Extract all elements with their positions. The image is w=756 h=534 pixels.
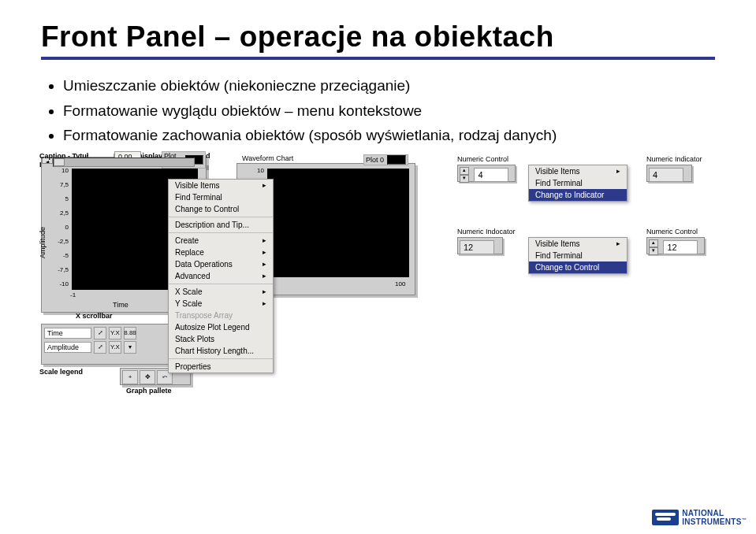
y-tick: 10 bbox=[250, 167, 264, 174]
menu-item[interactable]: Find Terminal bbox=[529, 177, 627, 189]
scale-legend-panel: Time ⤢ Y.X 8.88 Amplitude ⤢ Y.X ▾ bbox=[41, 324, 177, 365]
title-rule bbox=[41, 57, 715, 60]
bullet-item: Formatowanie zachowania obiektów (sposób… bbox=[63, 125, 715, 146]
menu-item: Transpose Array bbox=[169, 310, 273, 321]
scrollbar-track[interactable] bbox=[53, 158, 195, 167]
scale-btn-lock-icon[interactable]: ⤢ bbox=[94, 341, 106, 354]
x-scrollbar[interactable]: ◂ ▸ bbox=[41, 157, 207, 168]
y-tick: -2,5 bbox=[54, 238, 69, 245]
scale-btn-autoscale-icon[interactable]: ▾ bbox=[124, 341, 136, 354]
scrollbar-thumb[interactable] bbox=[54, 158, 65, 166]
menu-item[interactable]: Change to Indicator bbox=[529, 189, 627, 201]
menu-item[interactable]: Change to Control bbox=[169, 203, 273, 215]
bullet-list: Umieszczanie obiektów (niekonieczne prze… bbox=[41, 76, 715, 146]
numeric-control[interactable]: ▴▾ 4 bbox=[457, 165, 516, 182]
ni-eagle-icon bbox=[652, 510, 679, 525]
x-scrollbar-label: X scrollbar bbox=[76, 312, 113, 320]
scale-legend-row: Time ⤢ Y.X 8.88 bbox=[44, 327, 173, 339]
submenu-arrow-icon: ▸ bbox=[263, 287, 266, 295]
numeric-control-label: Numeric Control bbox=[646, 228, 698, 235]
menu-item[interactable]: Description and Tip... bbox=[169, 219, 273, 231]
y-axis-label: Amplitude bbox=[39, 227, 47, 258]
logo-tm: ™ bbox=[742, 517, 747, 522]
submenu-arrow-icon: ▸ bbox=[263, 181, 266, 189]
submenu-arrow-icon: ▸ bbox=[616, 239, 620, 248]
palette-pan-icon[interactable]: ✥ bbox=[140, 370, 155, 384]
submenu-arrow-icon: ▸ bbox=[263, 248, 266, 256]
menu-item[interactable]: Visible Items▸ bbox=[169, 180, 273, 191]
spin-up-icon[interactable]: ▴ bbox=[460, 167, 469, 175]
numeric-indicator-label: Numeric Indicator bbox=[646, 155, 702, 163]
plot-legend[interactable]: Plot 0 bbox=[363, 154, 408, 165]
menu-item[interactable]: Change to Control bbox=[529, 261, 627, 273]
plot-swatch-icon bbox=[387, 155, 406, 165]
numeric-control[interactable]: ▴▾ 12 bbox=[646, 237, 705, 254]
logo-line1: NATIONAL bbox=[682, 509, 724, 517]
ni-logo-text: NATIONAL INSTRUMENTS™ bbox=[682, 510, 747, 526]
spin-up-icon[interactable]: ▴ bbox=[649, 239, 658, 247]
menu-item[interactable]: Replace▸ bbox=[169, 247, 273, 258]
numeric-control-label: Numeric Control bbox=[457, 155, 508, 163]
numeric-control-field[interactable]: 4 bbox=[474, 168, 508, 182]
x-tick: 100 bbox=[395, 280, 405, 287]
menu-item[interactable]: Find Terminal bbox=[169, 191, 273, 203]
menu-item[interactable]: Advanced▸ bbox=[169, 270, 273, 282]
x-axis-label: Time bbox=[113, 301, 128, 309]
scale-legend-row: Amplitude ⤢ Y.X ▾ bbox=[44, 341, 173, 354]
menu-item[interactable]: Data Operations▸ bbox=[169, 258, 273, 270]
menu-item[interactable]: Chart History Length... bbox=[169, 345, 273, 357]
spinner[interactable]: ▴▾ bbox=[460, 167, 469, 183]
menu-item[interactable]: Properties bbox=[169, 361, 273, 373]
menu-item[interactable]: Visible Items▸ bbox=[529, 238, 627, 250]
ni-logo: NATIONAL INSTRUMENTS™ bbox=[652, 510, 747, 526]
bullet-item: Formatowanie wyglądu obiektów – menu kon… bbox=[63, 101, 715, 121]
scale-btn-lock-icon[interactable]: ⤢ bbox=[94, 327, 106, 339]
context-menu[interactable]: Visible Items▸Find TerminalChange to Con… bbox=[168, 179, 274, 373]
numeric-control-field[interactable]: 12 bbox=[663, 240, 698, 254]
submenu-arrow-icon: ▸ bbox=[263, 260, 266, 268]
y-tick: 0 bbox=[54, 224, 69, 231]
logo-line2: INSTRUMENTS bbox=[682, 517, 742, 526]
numeric-indicator-field: 12 bbox=[460, 240, 494, 254]
scale-btn-autoscale-icon[interactable]: 8.88 bbox=[124, 327, 136, 339]
menu-item[interactable]: Find Terminal bbox=[529, 250, 627, 261]
scale-btn-format-icon[interactable]: Y.X bbox=[109, 327, 121, 339]
menu-item[interactable]: Y Scale▸ bbox=[169, 298, 273, 310]
menu-item[interactable]: X Scale▸ bbox=[169, 286, 273, 298]
numeric-indicator-field: 4 bbox=[649, 168, 683, 182]
submenu-arrow-icon: ▸ bbox=[263, 272, 266, 280]
submenu-arrow-icon: ▸ bbox=[263, 299, 266, 307]
scale-legend-field[interactable]: Time bbox=[44, 328, 91, 339]
submenu-arrow-icon: ▸ bbox=[263, 236, 266, 244]
graph-palette-label: Graph pallete bbox=[126, 387, 172, 395]
menu-item[interactable]: Visible Items▸ bbox=[529, 165, 627, 177]
waveform-title: Waveform Chart bbox=[242, 154, 293, 162]
y-tick: -10 bbox=[54, 280, 69, 287]
chart-area bbox=[267, 169, 409, 277]
y-tick: 2,5 bbox=[54, 210, 69, 217]
palette-zoom-icon[interactable]: + bbox=[122, 370, 138, 384]
bullet-item: Umieszczanie obiektów (niekonieczne prze… bbox=[63, 76, 715, 96]
scale-btn-format-icon[interactable]: Y.X bbox=[109, 341, 121, 354]
numeric-indicator: 4 bbox=[646, 165, 692, 182]
context-menu-change-to-control[interactable]: Visible Items▸Find TerminalChange to Con… bbox=[528, 237, 628, 274]
spin-down-icon[interactable]: ▾ bbox=[649, 247, 658, 255]
screenshot-area: Caption - Tytuł Label - Etykieta Digital… bbox=[41, 157, 715, 440]
submenu-arrow-icon: ▸ bbox=[616, 167, 620, 176]
numeric-indicator: 12 bbox=[457, 237, 503, 254]
spin-down-icon[interactable]: ▾ bbox=[460, 175, 469, 183]
y-tick: 10 bbox=[54, 167, 69, 174]
spinner[interactable]: ▴▾ bbox=[649, 239, 658, 255]
menu-item[interactable]: Autosize Plot Legend bbox=[169, 321, 273, 333]
scale-legend-label: Scale legend bbox=[39, 368, 83, 376]
plot-legend-name: Plot 0 bbox=[366, 156, 384, 164]
scale-legend-field[interactable]: Amplitude bbox=[44, 342, 91, 353]
numeric-indocator-label: Numeric Indocator bbox=[457, 228, 516, 235]
context-menu-change-to-indicator[interactable]: Visible Items▸Find TerminalChange to Ind… bbox=[528, 165, 628, 202]
y-tick: 7,5 bbox=[54, 181, 69, 188]
x-tick: -1 bbox=[70, 291, 76, 299]
slide-title: Front Panel – operacje na obiektach bbox=[41, 20, 715, 54]
menu-item[interactable]: Create▸ bbox=[169, 235, 273, 247]
menu-item[interactable]: Stack Plots bbox=[169, 333, 273, 345]
y-tick: -7,5 bbox=[54, 266, 69, 273]
